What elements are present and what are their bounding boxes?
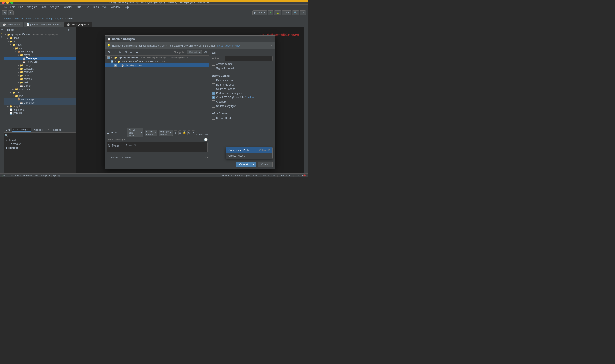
optimize-row[interactable]: Optimize imports — [212, 88, 273, 91]
debug-btn[interactable]: 🐛 — [274, 11, 281, 15]
toolbar-plus-icon[interactable]: ⊞ — [123, 50, 128, 55]
tree-test[interactable]: ▼ 📁 test — [4, 91, 76, 94]
tab-pom[interactable]: 📄 pom.xml (springbootDemo) ✕ — [24, 22, 64, 27]
diff-settings-icon[interactable]: ⚙ — [187, 130, 190, 135]
tree-com-xiaoge[interactable]: ▼ 📦 com.xiaoge — [4, 50, 76, 53]
rearrange-row[interactable]: Rearrange code — [212, 83, 273, 86]
sidebar-db-icon[interactable]: 🗄 — [0, 35, 4, 39]
menu-vcs[interactable]: VCS — [101, 5, 109, 9]
signoff-commit-row[interactable]: Sign-off commit — [212, 67, 273, 70]
tree-test-java[interactable]: ▼ 📁 java — [4, 94, 76, 98]
tree-controller[interactable]: ▶ 📁 controller — [4, 70, 76, 74]
menu-build[interactable]: Build — [74, 5, 83, 9]
panel-gear-icon[interactable]: ⚙ — [67, 28, 70, 32]
menu-file[interactable]: File — [1, 5, 8, 9]
signoff-checkbox[interactable] — [212, 67, 215, 70]
tree-test-com-xiaoge[interactable]: ▼ 📦 com.xiaoge — [4, 98, 76, 101]
toolbar-move-icon[interactable]: ↰ — [107, 50, 111, 55]
tree-test-folder[interactable]: ▶ 📁 test — [4, 81, 76, 84]
tree-resources[interactable]: ▶ 📁 resources — [4, 88, 76, 91]
menu-help[interactable]: Help — [122, 5, 131, 9]
clock-icon[interactable]: 🕐 — [204, 138, 208, 141]
run-config[interactable]: ▶ Demo ▾ — [253, 11, 267, 15]
file-tree-testasync[interactable]: ✓ ☕ TestAsync.java — [105, 63, 209, 67]
menu-code[interactable]: Code — [39, 5, 48, 9]
toolbar-forward[interactable]: ▶ — [8, 11, 14, 15]
dialog-help-icon[interactable]: ? — [204, 156, 208, 159]
menu-edit[interactable]: Edit — [8, 5, 16, 9]
toolbar-align-icon[interactable]: ≡ — [129, 50, 134, 55]
diff-cols-icon[interactable]: ⊞ — [174, 130, 177, 135]
tree-idea[interactable]: ▶ 📁 .idea — [4, 36, 76, 40]
optimize-checkbox[interactable] — [212, 88, 215, 91]
java-enterprise-label[interactable]: Java Enterprise — [34, 174, 50, 177]
copyright-row[interactable]: Update copyright — [212, 104, 273, 107]
file-tree-src-path[interactable]: – ▼ 📁 src\main\java\com\xiaoge\async 1 f… — [105, 60, 209, 63]
code-analysis-checkbox[interactable]: ✓ — [212, 92, 215, 95]
author-input[interactable] — [225, 56, 273, 61]
bc-xiaoge[interactable]: xiaoge — [46, 17, 53, 20]
git-tab-log[interactable]: ✕ — [46, 128, 52, 132]
toolbar-back[interactable]: ◀ — [2, 11, 7, 15]
dialog-close-btn[interactable]: ✕ — [270, 37, 273, 41]
cancel-button[interactable]: Cancel — [257, 162, 273, 167]
tree-target[interactable]: ▶ 📁 target — [4, 104, 76, 108]
reformat-checkbox[interactable] — [212, 79, 215, 82]
rearrange-checkbox[interactable] — [212, 83, 215, 86]
git-remote-section[interactable]: ▶ Remote — [5, 146, 54, 150]
spring-label[interactable]: Spring — [53, 174, 60, 177]
menu-run[interactable]: Run — [83, 5, 91, 9]
vcs-btn[interactable]: Git: ▾ — [282, 11, 291, 15]
menu-refactor[interactable]: Refactor — [61, 5, 74, 9]
bc-java[interactable]: java — [33, 17, 38, 20]
diff-edit-icon[interactable]: ✏ — [115, 130, 118, 135]
reformat-row[interactable]: Reformat code — [212, 79, 273, 82]
terminal-label[interactable]: Terminal — [23, 174, 32, 177]
bc-src[interactable]: src — [21, 17, 24, 20]
tree-demo[interactable]: ▶ 📁 demo — [4, 74, 76, 77]
run-btn[interactable]: ▶ — [268, 11, 273, 15]
git-status-label[interactable]: 9: Git — [3, 174, 9, 177]
git-tab-local-changes[interactable]: Local Changes — [12, 128, 31, 132]
check-todo-row[interactable]: ✓ Check TODO (Show All) Configure — [212, 96, 273, 99]
tree-gitignore[interactable]: 📄 .gitignore — [4, 108, 76, 111]
commit-dropdown-arrow[interactable]: ▾ — [252, 162, 256, 167]
upload-files-checkbox[interactable] — [212, 117, 215, 120]
tab-testasync[interactable]: ☕ TestAsync.java ✕ — [64, 22, 92, 27]
info-bar-close[interactable]: ✕ — [271, 44, 273, 47]
bc-file[interactable]: TestAsync — [63, 17, 74, 20]
git-search-input[interactable] — [9, 134, 30, 137]
commit-message-input[interactable]: 新增方法testAsync2 — [107, 142, 208, 152]
tree-demotest[interactable]: ☕ DemoTest — [4, 101, 76, 104]
pom-tab-close[interactable]: ✕ — [59, 23, 61, 26]
diff-rows-icon[interactable]: ▤ — [178, 130, 181, 135]
menu-window[interactable]: Window — [109, 5, 122, 9]
code-analysis-row[interactable]: ✓ Perform code analysis — [212, 92, 273, 95]
copyright-checkbox[interactable] — [212, 105, 215, 107]
toolbar-expand-icon[interactable]: ≣ — [134, 50, 139, 55]
diff-help-icon[interactable]: ? — [192, 130, 195, 135]
sidebar-rest-icon[interactable]: ⚡ — [0, 32, 4, 35]
menu-tools[interactable]: Tools — [91, 5, 101, 9]
check-todo-checkbox[interactable]: ✓ — [212, 96, 215, 99]
menu-analyze[interactable]: Analyze — [48, 5, 61, 9]
cleanup-row[interactable]: Cleanup — [212, 100, 273, 103]
changelist-select[interactable]: Default — [187, 50, 202, 54]
tab-demo[interactable]: ☕ Demo.java ✕ — [0, 22, 23, 27]
todo-label[interactable]: 6: TODO — [11, 174, 21, 177]
tree-async[interactable]: ▼ 📁 async — [4, 53, 76, 57]
bc-project[interactable]: springbootDemo — [2, 17, 19, 20]
tree-src[interactable]: ▼ 📁 src — [4, 40, 76, 43]
bc-com[interactable]: com — [40, 17, 44, 20]
tree-main[interactable]: ▼ 📁 main — [4, 43, 76, 47]
src-checkbox[interactable]: – — [111, 60, 113, 63]
sidebar-structure-icon[interactable]: ⊞ — [0, 28, 4, 31]
tree-testasync2[interactable]: ☕ TestAsync2 — [4, 60, 76, 64]
configure-link[interactable]: Configure — [245, 96, 256, 99]
git-local-section[interactable]: ▼ Local — [5, 138, 54, 142]
diff-left-icon[interactable]: ← — [119, 130, 122, 135]
root-checkbox[interactable]: – — [107, 56, 110, 59]
bc-main[interactable]: main — [26, 17, 31, 20]
diff-down-icon[interactable]: ▼ — [111, 130, 113, 135]
tree-constant[interactable]: ▶ 📁 constant — [4, 67, 76, 70]
